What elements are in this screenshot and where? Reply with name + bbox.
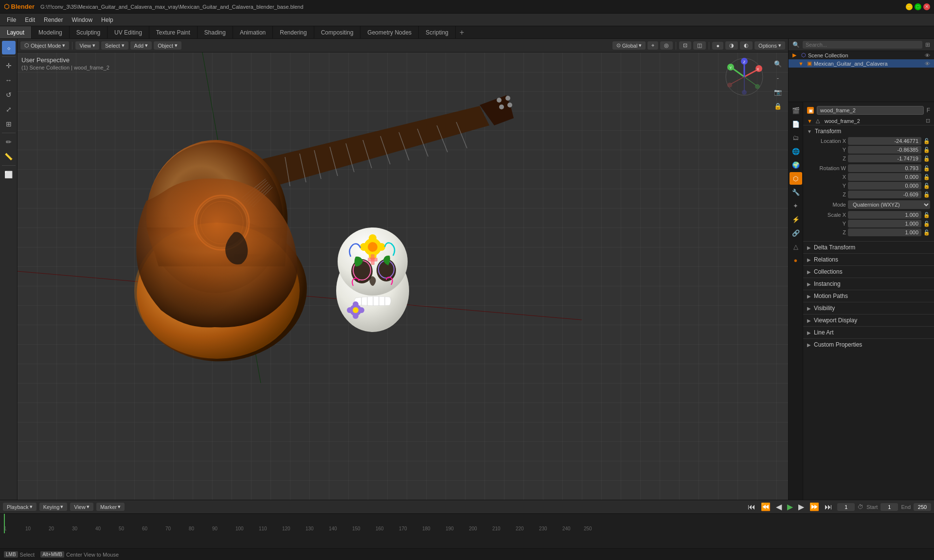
- location-y-field[interactable]: [848, 146, 921, 154]
- menu-render[interactable]: Render: [40, 16, 67, 24]
- play-button[interactable]: ▶: [785, 501, 795, 512]
- select-linked-button[interactable]: ⊡: [926, 118, 930, 124]
- rotate-tool-button[interactable]: ↺: [2, 88, 16, 102]
- outliner-item-collection[interactable]: ▼ ▣ Mexican_Guitar_and_Calavera 👁: [789, 59, 934, 68]
- menu-edit[interactable]: Edit: [21, 16, 39, 24]
- rotation-w-lock[interactable]: 🔓: [923, 165, 930, 172]
- prev-keyframe-button[interactable]: ⏪: [759, 501, 772, 512]
- minimize-button[interactable]: ─: [906, 3, 913, 10]
- view-menu-tl[interactable]: View ▾: [70, 503, 93, 511]
- add-workspace-button[interactable]: +: [456, 26, 468, 38]
- scale-y-lock[interactable]: 🔓: [923, 221, 930, 227]
- rotation-y-field[interactable]: [848, 182, 921, 190]
- rotation-z-field[interactable]: [848, 191, 921, 198]
- select-menu[interactable]: Select ▾: [101, 41, 128, 50]
- ws-tab-scripting[interactable]: Scripting: [419, 26, 456, 38]
- outliner-search-input[interactable]: [803, 41, 922, 49]
- jump-start-button[interactable]: ⏮: [746, 502, 757, 512]
- scale-tool-button[interactable]: ⤢: [2, 103, 16, 116]
- close-button[interactable]: ✕: [923, 3, 930, 10]
- ws-tab-rendering[interactable]: Rendering: [273, 26, 314, 38]
- measure-tool-button[interactable]: 📏: [2, 150, 16, 163]
- zoom-in-button[interactable]: 🔍: [772, 57, 784, 70]
- lock-camera-button[interactable]: 🔒: [772, 100, 784, 112]
- solid-mode-button[interactable]: ●: [712, 42, 723, 50]
- scale-x-lock[interactable]: 🔓: [923, 212, 930, 218]
- snap-button[interactable]: ⌖: [647, 41, 658, 50]
- props-tab-render[interactable]: 🎬: [790, 104, 802, 117]
- select-tool-button[interactable]: ⬦: [2, 41, 16, 54]
- marker-menu[interactable]: Marker ▾: [96, 503, 125, 511]
- props-tab-modifier[interactable]: 🔧: [790, 186, 802, 198]
- rotation-x-field[interactable]: [848, 173, 921, 181]
- props-tab-output[interactable]: 📄: [790, 118, 802, 130]
- menu-file[interactable]: File: [3, 16, 20, 24]
- proportional-edit-button[interactable]: ◎: [660, 41, 673, 50]
- props-tab-constraints[interactable]: 🔗: [790, 227, 802, 239]
- props-tab-world[interactable]: 🌍: [790, 158, 802, 171]
- jump-end-button[interactable]: ⏭: [823, 502, 834, 512]
- rotation-y-lock[interactable]: 🔓: [923, 183, 930, 189]
- relations-header[interactable]: ▶ Relations: [803, 254, 934, 265]
- rendered-mode-button[interactable]: ◐: [740, 41, 753, 50]
- custom-properties-header[interactable]: ▶ Custom Properties: [803, 339, 934, 350]
- ws-tab-animation[interactable]: Animation: [233, 26, 273, 38]
- next-keyframe-button[interactable]: ⏩: [808, 501, 821, 512]
- delta-transform-header[interactable]: ▶ Delta Transform: [803, 242, 934, 253]
- location-z-field[interactable]: [848, 155, 921, 162]
- line-art-header[interactable]: ▶ Line Art: [803, 327, 934, 338]
- props-tab-material[interactable]: ●: [790, 254, 802, 266]
- props-tab-data[interactable]: △: [790, 240, 802, 253]
- location-z-lock[interactable]: 🔓: [923, 156, 930, 162]
- rotation-w-field[interactable]: [848, 164, 921, 172]
- props-tab-view[interactable]: 🗂: [790, 131, 802, 144]
- move-tool-button[interactable]: ↔: [2, 73, 16, 87]
- props-tab-scene[interactable]: 🌐: [790, 145, 802, 158]
- location-y-lock[interactable]: 🔓: [923, 147, 930, 153]
- camera-view-button[interactable]: 📷: [772, 86, 784, 98]
- ws-tab-compositing[interactable]: Compositing: [314, 26, 361, 38]
- pivot-selector[interactable]: ⊙ Global ▾: [612, 41, 646, 50]
- viewport-display-header[interactable]: ▶ Viewport Display: [803, 315, 934, 326]
- viewport-canvas[interactable]: User Perspective (1) Scene Collection | …: [18, 52, 788, 500]
- annotate-tool-button[interactable]: ✏: [2, 135, 16, 149]
- maximize-button[interactable]: □: [915, 3, 921, 10]
- location-x-lock[interactable]: 🔓: [923, 138, 930, 144]
- ws-tab-geometrynodes[interactable]: Geometry Nodes: [360, 26, 419, 38]
- collection-eye-icon[interactable]: 👁: [925, 61, 930, 67]
- scale-z-lock[interactable]: 🔓: [923, 229, 930, 236]
- options-button[interactable]: Options ▾: [754, 41, 785, 50]
- fake-user-button[interactable]: F: [927, 107, 930, 114]
- instancing-header[interactable]: ▶ Instancing: [803, 278, 934, 290]
- location-x-field[interactable]: [848, 137, 921, 145]
- object-menu[interactable]: Object ▾: [154, 41, 181, 50]
- view-menu[interactable]: View ▾: [75, 41, 99, 50]
- outliner-filter-icon[interactable]: ⊞: [925, 41, 930, 48]
- visibility-header[interactable]: ▶ Visibility: [803, 302, 934, 314]
- props-tab-object[interactable]: ⬡: [790, 172, 802, 185]
- collections-header[interactable]: ▶ Collections: [803, 266, 934, 278]
- zoom-out-button[interactable]: -: [772, 71, 784, 84]
- mode-selector[interactable]: ⬡ Object Mode ▾: [20, 41, 69, 50]
- rotation-mode-dropdown[interactable]: Quaternion (WXYZ): [848, 200, 930, 209]
- motion-paths-header[interactable]: ▶ Motion Paths: [803, 290, 934, 302]
- add-menu[interactable]: Add ▾: [130, 41, 152, 50]
- menu-help[interactable]: Help: [97, 16, 117, 24]
- ws-tab-uvediting[interactable]: UV Editing: [108, 26, 149, 38]
- ws-tab-texturepaint[interactable]: Texture Paint: [149, 26, 198, 38]
- cursor-tool-button[interactable]: ✛: [2, 59, 16, 72]
- scene-eye-icon[interactable]: 👁: [925, 52, 930, 58]
- ruler-track[interactable]: 1 10 20 30 40 50 60 70 80 90 100 110 120…: [0, 514, 934, 533]
- overlay-toggle[interactable]: ⊡: [679, 41, 691, 50]
- ws-tab-sculpting[interactable]: Sculpting: [70, 26, 108, 38]
- transform-tool-button[interactable]: ⊞: [2, 117, 16, 131]
- rotation-z-lock[interactable]: 🔓: [923, 192, 930, 198]
- material-mode-button[interactable]: ◑: [725, 41, 738, 50]
- ws-tab-modeling[interactable]: Modeling: [32, 26, 70, 38]
- add-object-button[interactable]: ⬜: [2, 168, 16, 181]
- xray-toggle[interactable]: ◫: [693, 41, 706, 50]
- keying-menu[interactable]: Keying ▾: [39, 503, 68, 511]
- step-back-button[interactable]: ◀: [774, 501, 784, 512]
- transform-header[interactable]: ▼ Transform: [803, 125, 934, 137]
- navigation-gizmo[interactable]: X Y Z: [725, 57, 764, 96]
